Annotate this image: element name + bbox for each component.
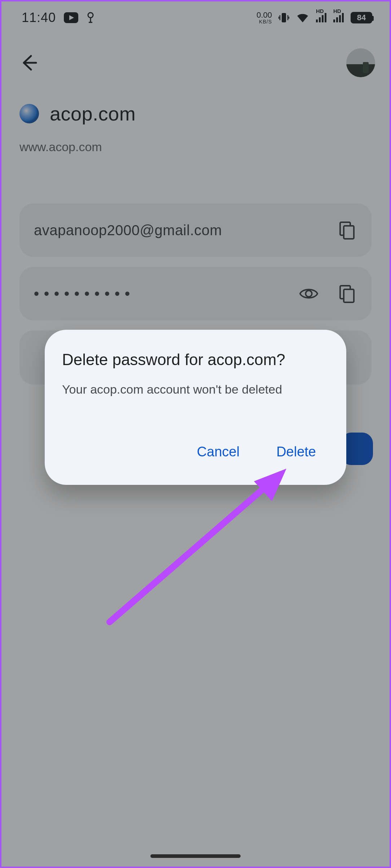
screen: 11:40 0.00 KB/S HD HD bbox=[0, 0, 391, 868]
dialog-body: Your acop.com account won't be deleted bbox=[62, 382, 329, 396]
home-indicator[interactable] bbox=[150, 854, 241, 858]
dialog-actions: Cancel Delete bbox=[62, 440, 329, 470]
dialog-title: Delete password for acop.com? bbox=[62, 351, 329, 369]
cancel-button[interactable]: Cancel bbox=[191, 440, 245, 464]
delete-button[interactable]: Delete bbox=[271, 440, 322, 464]
delete-password-dialog: Delete password for acop.com? Your acop.… bbox=[45, 330, 346, 485]
